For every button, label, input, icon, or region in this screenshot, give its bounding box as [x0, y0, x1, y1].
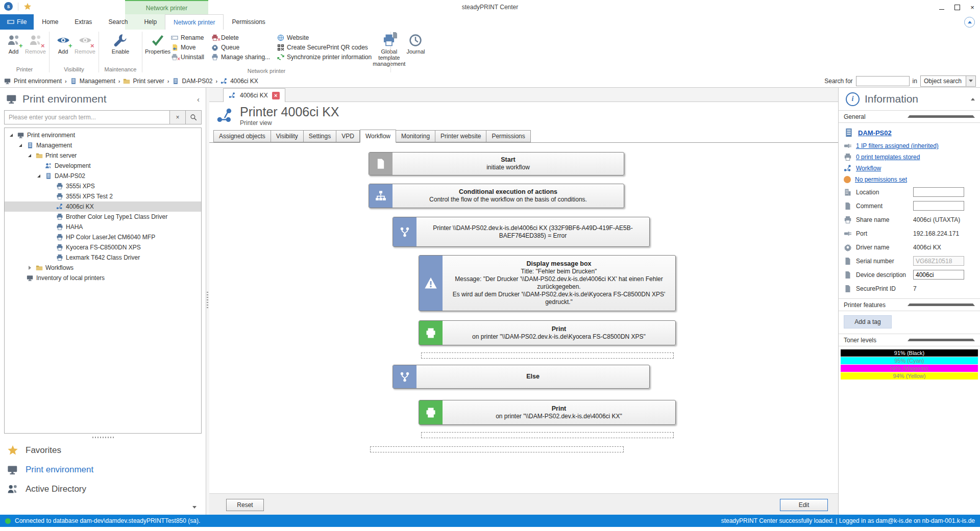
collapse-section-icon[interactable]	[971, 98, 975, 100]
workflow-drop-placeholder[interactable]	[370, 446, 624, 452]
breadcrumb-dam-ps02[interactable]: DAM-PS02	[172, 78, 212, 85]
tree-item-inventory-local-printers[interactable]: Inventory of local printers	[5, 273, 201, 283]
add-visibility-button[interactable]: + Add	[53, 32, 74, 55]
tree-item-3555i-xps[interactable]: 3555i XPS	[5, 181, 201, 191]
workflow-row[interactable]: Workflow	[839, 163, 980, 174]
tab-assigned-objects[interactable]: Assigned objects	[213, 130, 271, 142]
synchronize-printer-button[interactable]: Synchronize printer information	[277, 52, 372, 62]
tree-item-print-environment[interactable]: Print environment	[5, 130, 201, 140]
tab-help[interactable]: Help	[136, 14, 165, 30]
location-input[interactable]	[913, 187, 964, 197]
tab-search[interactable]: Search	[100, 14, 136, 30]
nav-favorites[interactable]: Favorites	[7, 441, 206, 460]
add-a-tag-button[interactable]: Add a tag	[844, 315, 892, 328]
expander-icon[interactable]	[26, 154, 33, 157]
workflow-step-start[interactable]: Startinitiate workflow	[369, 152, 624, 175]
nav-print-environment[interactable]: Print environment	[7, 460, 206, 479]
rename-button[interactable]: Rename	[171, 33, 204, 42]
tab-monitoring[interactable]: Monitoring	[396, 130, 435, 142]
workflow-step-print-default[interactable]: Printon printer "\\DAM-PS02.dev.k-is.de\…	[419, 400, 676, 425]
workflow-step-print-fallback[interactable]: Printon printer "\\DAM-PS02.dev.k-is.de\…	[419, 320, 676, 345]
manage-sharing-button[interactable]: Manage sharing...	[211, 52, 270, 62]
workflow-step-conditional[interactable]: Conditional execution of actionsControl …	[369, 184, 624, 208]
maximize-button[interactable]	[949, 0, 965, 14]
close-button[interactable]: ×	[965, 0, 980, 14]
device-description-input[interactable]	[913, 270, 964, 280]
breadcrumb-print-server[interactable]: Print server	[123, 78, 164, 85]
workflow-step-else[interactable]: Else	[393, 365, 650, 389]
tree-item-workflows[interactable]: Workflows	[5, 263, 201, 273]
section-general[interactable]: General	[839, 110, 980, 123]
tree-item-3555i-xps-test-2[interactable]: 3555i XPS Test 2	[5, 191, 201, 201]
workflow-drop-placeholder[interactable]	[421, 352, 674, 359]
workflow-step-condition[interactable]: Printer \\DAM-PS02.dev.k-is.de\4006ci KX…	[393, 217, 650, 247]
create-secureprint-qr-button[interactable]: Create SecurePrint QR codes	[277, 42, 372, 52]
ip-filters-link[interactable]: 1 IP filters assigned (inherited)	[856, 142, 939, 149]
enable-maintenance-button[interactable]: Enable	[108, 32, 133, 55]
tree-item-management[interactable]: Management	[5, 140, 201, 150]
breadcrumb-management[interactable]: Management	[70, 78, 115, 85]
tree-item-hp-cm6040[interactable]: HP Color LaserJet CM6040 MFP	[5, 232, 201, 242]
expander-icon[interactable]	[26, 266, 33, 270]
global-template-management-button[interactable]: Global template management	[373, 32, 405, 67]
tab-network-printer[interactable]: Network printer	[165, 14, 224, 31]
workflow-step-message-box[interactable]: Display message box Title: "Fehler beim …	[419, 255, 676, 311]
section-toner-levels[interactable]: Toner levels	[839, 334, 980, 346]
expander-icon[interactable]	[8, 134, 15, 137]
breadcrumb-4006ci-kx[interactable]: 4006ci KX	[220, 78, 258, 85]
delete-button[interactable]: ×Delete	[211, 33, 270, 42]
tree-item-haha[interactable]: HAHA	[5, 222, 201, 232]
close-tab-icon[interactable]: ×	[272, 92, 280, 99]
tab-permissions[interactable]: Permissions	[224, 14, 273, 30]
expander-icon[interactable]	[17, 144, 24, 147]
ribbon-collapse-icon[interactable]	[964, 17, 975, 28]
workflow-drop-placeholder[interactable]	[421, 432, 674, 438]
tab-printer-website[interactable]: Printer website	[435, 130, 486, 142]
tab-file[interactable]: File	[0, 14, 34, 30]
search-scope-select[interactable]: Object search	[920, 75, 976, 87]
properties-button[interactable]: Properties	[145, 32, 170, 55]
queue-button[interactable]: Queue	[211, 42, 270, 52]
panel-splitter[interactable]	[0, 434, 206, 441]
search-button[interactable]	[185, 111, 201, 124]
breadcrumb-print-environment[interactable]: Print environment	[4, 78, 62, 85]
print-templates-row[interactable]: 0 print templates stored	[839, 151, 980, 163]
tab-extras[interactable]: Extras	[66, 14, 100, 30]
tab-workflow[interactable]: Workflow	[360, 130, 396, 143]
tree-search-input[interactable]	[5, 111, 169, 124]
ip-filters-row[interactable]: 1 IP filters assigned (inherited)	[839, 140, 980, 151]
tab-vpd[interactable]: VPD	[336, 130, 360, 142]
tree-item-brother-driver[interactable]: Brother Color Leg Type1 Class Driver	[5, 212, 201, 222]
uninstall-button[interactable]: ×Uninstall	[171, 52, 204, 62]
tree-item-4006ci-kx[interactable]: 4006ci KX	[5, 201, 201, 212]
edit-button[interactable]: Edit	[780, 499, 828, 511]
nav-overflow-icon[interactable]	[192, 506, 197, 509]
document-tab-4006ci-kx[interactable]: 4006ci KX ×	[223, 88, 285, 102]
workflow-link[interactable]: Workflow	[856, 165, 881, 172]
tree-item-print-server[interactable]: Print server	[5, 150, 201, 161]
section-printer-features[interactable]: Printer features	[839, 298, 980, 311]
server-link[interactable]: DAM-PS02	[858, 129, 892, 137]
global-search-input[interactable]	[856, 76, 910, 86]
server-link-row[interactable]: DAM-PS02	[839, 125, 980, 140]
favorites-star-icon[interactable]	[23, 3, 32, 11]
journal-button[interactable]: Journal	[406, 32, 425, 55]
add-assignment-button[interactable]: + Add	[3, 32, 24, 55]
print-templates-link[interactable]: 0 print templates stored	[856, 154, 920, 161]
move-button[interactable]: Move	[171, 42, 204, 52]
website-button[interactable]: Website	[277, 33, 372, 42]
permissions-row[interactable]: No permissions set	[839, 174, 980, 185]
serial-number-input[interactable]	[913, 256, 964, 266]
reset-button[interactable]: Reset	[226, 499, 264, 511]
comment-input[interactable]	[913, 201, 964, 211]
remove-assignment-button[interactable]: × Remove	[25, 32, 46, 55]
tab-visibility[interactable]: Visibility	[271, 130, 304, 142]
tree-item-kyocera-fs-c8500dn[interactable]: Kyocera FS-C8500DN XPS	[5, 242, 201, 252]
minimize-button[interactable]	[934, 0, 949, 14]
tree-item-development[interactable]: Development	[5, 161, 201, 171]
collapse-panel-icon[interactable]: ‹	[197, 95, 200, 104]
expander-icon[interactable]	[35, 174, 42, 178]
permissions-link[interactable]: No permissions set	[855, 176, 907, 183]
tab-home[interactable]: Home	[34, 14, 66, 30]
tab-permissions[interactable]: Permissions	[486, 130, 530, 142]
